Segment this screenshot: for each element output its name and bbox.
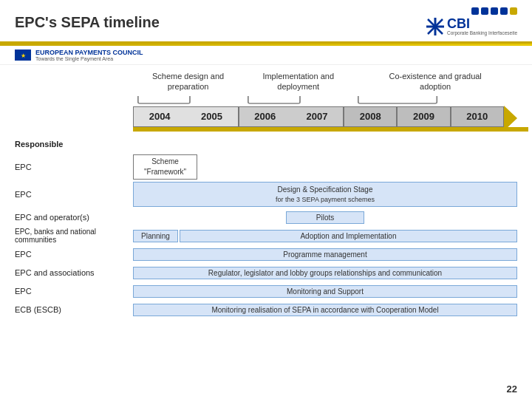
- dot-5: [510, 7, 517, 15]
- dot-3: [491, 7, 498, 15]
- dot-4: [500, 7, 508, 15]
- resp-content-epc-design: Design & Specification Stage for the 3 S…: [133, 182, 517, 208]
- responsibilities-table: Responsible EPC Scheme"Framework" EPC De…: [0, 132, 532, 318]
- adoption-box: Adoption and Implementation: [180, 230, 517, 242]
- phase-3-section: Co-existence and gradualadoption: [355, 71, 516, 105]
- design-spec-line1: Design & Specification Stage: [140, 184, 511, 195]
- resp-row-header: Responsible: [15, 136, 517, 152]
- phase-1-section: Scheme design andpreparation: [134, 71, 242, 105]
- phase-3-brace: [355, 95, 516, 105]
- responsible-header-content: [133, 136, 517, 152]
- resp-label-pilots: EPC and operator(s): [15, 209, 133, 225]
- epc-name: EUROPEAN PAYMENTS COUNCIL: [35, 49, 143, 56]
- year-2009: 2009: [397, 106, 450, 127]
- resp-content-associations: Regulator, legislator and lobby groups r…: [133, 265, 517, 281]
- cbi-subtitle: Corporate Banking Interfaceseite: [447, 30, 517, 35]
- phase-2-label: Implementation anddeployment: [262, 71, 334, 92]
- design-spec-line2: for the 3 SEPA payment schemes: [140, 195, 511, 205]
- resp-row-programme: EPC Programme management: [15, 246, 517, 262]
- resp-label-monitoring: EPC: [15, 283, 133, 299]
- year-2004: 2004: [133, 106, 185, 127]
- resp-row-epc-design: EPC Design & Specification Stage for the…: [15, 182, 517, 208]
- year-2010: 2010: [451, 106, 504, 127]
- resp-row-associations: EPC and associations Regulator, legislat…: [15, 265, 517, 281]
- dot-2: [481, 7, 488, 15]
- phase-2-brace: [245, 95, 352, 105]
- resp-row-monitoring: EPC Monitoring and Support: [15, 283, 517, 299]
- phases-section: Scheme design andpreparation Implementat…: [0, 65, 532, 105]
- resp-row-planning: EPC, banks and national communities Plan…: [15, 228, 517, 244]
- resp-label-epc-scheme: EPC: [15, 154, 133, 180]
- page-title: EPC's SEPA timeline: [15, 14, 160, 31]
- dot-1: [471, 7, 479, 15]
- phase-2-section: Implementation anddeployment: [245, 71, 352, 105]
- resp-content-programme: Programme management: [133, 246, 517, 262]
- year-2008: 2008: [344, 106, 397, 127]
- resp-row-ecb: ECB (ESCB) Monitoring realisation of SEP…: [15, 301, 517, 318]
- epc-subtitle: Towards the Single Payment Area: [35, 56, 143, 61]
- resp-label-ecb: ECB (ESCB): [15, 301, 133, 318]
- year-2006: 2006: [239, 106, 291, 127]
- resp-content-ecb: Monitoring realisation of SEPA in accord…: [133, 301, 517, 318]
- resp-row-epc-scheme: EPC Scheme"Framework": [15, 154, 517, 180]
- eu-flag-icon: ★: [15, 50, 31, 61]
- associations-box: Regulator, legislator and lobby groups r…: [133, 267, 517, 279]
- page-number: 22: [507, 383, 517, 395]
- epc-logo-area: ★ EUROPEAN PAYMENTS COUNCIL Towards the …: [0, 46, 532, 65]
- cbi-logo-text: CBI: [447, 17, 517, 30]
- resp-label-associations: EPC and associations: [15, 265, 133, 281]
- pilots-box: Pilots: [286, 211, 364, 224]
- monitoring-box: Monitoring and Support: [133, 285, 517, 298]
- ecb-box: Monitoring realisation of SEPA in accord…: [133, 304, 517, 316]
- resp-content-epc-scheme: Scheme"Framework": [133, 154, 517, 180]
- timeline-row: 2004 2005 2006 2007 2008 2009 2010: [0, 106, 532, 132]
- resp-label-epc-design: EPC: [15, 182, 133, 208]
- scheme-framework-box: Scheme"Framework": [133, 154, 197, 180]
- phase-3-label: Co-existence and gradualadoption: [389, 71, 481, 92]
- timeline-gold-bar: [133, 127, 528, 132]
- svg-text:★: ★: [21, 52, 26, 59]
- resp-label-planning: EPC, banks and national communities: [15, 228, 133, 244]
- design-spec-box: Design & Specification Stage for the 3 S…: [133, 182, 517, 208]
- resp-content-planning: Planning Adoption and Implementation: [133, 228, 517, 244]
- resp-content-monitoring: Monitoring and Support: [133, 283, 517, 299]
- year-2005: 2005: [185, 106, 238, 127]
- planning-box: Planning: [133, 230, 178, 242]
- resp-content-pilots: Pilots: [133, 209, 517, 225]
- programme-box: Programme management: [133, 248, 517, 261]
- year-2007: 2007: [291, 106, 344, 127]
- phase-1-label: Scheme design andpreparation: [152, 71, 224, 92]
- timeline-arrow: [504, 106, 517, 131]
- page-header: EPC's SEPA timeline CBI Corporate Bankin…: [0, 0, 532, 44]
- responsible-header-label: Responsible: [15, 136, 133, 152]
- cbi-logo-icon: [425, 16, 446, 37]
- phase-1-brace: [134, 95, 242, 105]
- resp-label-programme: EPC: [15, 246, 133, 262]
- resp-row-pilots: EPC and operator(s) Pilots: [15, 209, 517, 225]
